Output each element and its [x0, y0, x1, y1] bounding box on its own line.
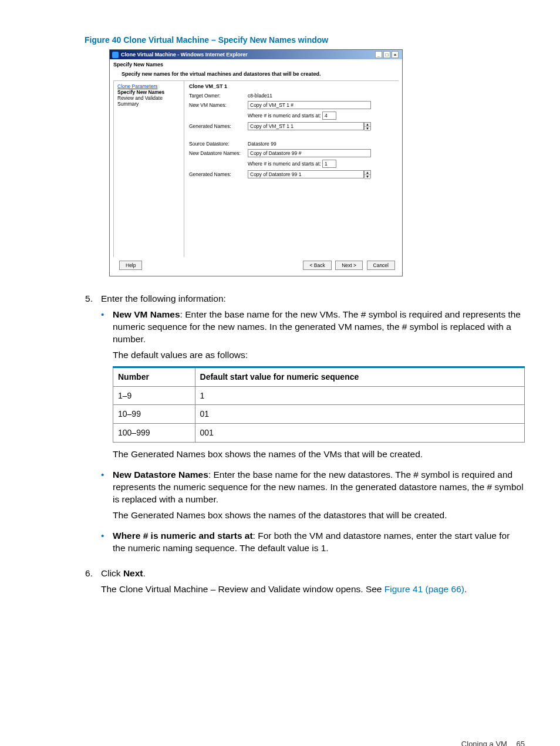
- nav-specify-new-names[interactable]: Specify New Names: [117, 89, 180, 95]
- source-ds-value: Datastore 99: [248, 141, 394, 147]
- dialog-form: Clone VM_ST 1 Target Owner: c8-blade11 N…: [184, 81, 399, 257]
- figure-caption: Figure 40 Clone Virtual Machine – Specif…: [85, 35, 525, 45]
- minimize-icon[interactable]: _: [375, 51, 382, 58]
- bullet-1-p3: The Generated Names box shows the names …: [113, 448, 525, 461]
- target-owner-value: c8-blade11: [248, 93, 394, 99]
- default-values-table: Number Default start value for numeric s…: [113, 366, 525, 443]
- help-button[interactable]: Help: [119, 261, 142, 270]
- bullet-1-p2: The default values are as follows:: [113, 349, 525, 362]
- ds-numeric-prefix: Where # is numeric and starts at:: [248, 161, 321, 167]
- table-row: 100–999 001: [113, 424, 525, 443]
- footer-section: Cloning a VM: [461, 740, 507, 746]
- step-6-post: .: [143, 568, 146, 578]
- step-6-number: 6.: [85, 568, 101, 599]
- bullet-3-bold: Where # is numeric and starts at: [113, 531, 253, 541]
- dialog-footer: Help < Back Next > Cancel: [113, 257, 399, 274]
- vm-generated-value[interactable]: Copy of VM_ST 1 1: [248, 122, 364, 130]
- dialog-section-title: Specify New Names: [113, 62, 399, 67]
- vm-numeric-start-input[interactable]: 4: [322, 112, 336, 120]
- dialog-section-desc: Specify new names for the virtual machin…: [122, 71, 399, 77]
- table-header-number: Number: [113, 367, 195, 386]
- ds-generated-value[interactable]: Copy of Datastore 99 1: [248, 170, 364, 178]
- step-6-line2-pre: The Clone Virtual Machine – Review and V…: [101, 584, 384, 594]
- back-button[interactable]: < Back: [303, 261, 331, 270]
- dialog-titlebar: Clone Virtual Machine - Windows Internet…: [110, 50, 402, 59]
- table-cell: 100–999: [113, 424, 195, 443]
- figure-41-link[interactable]: Figure 41 (page 66): [384, 584, 464, 594]
- footer-page-number: 65: [517, 740, 525, 746]
- vm-generated-updown-icon[interactable]: ▲▼: [364, 122, 371, 130]
- page-footer: Cloning a VM 65: [85, 740, 525, 746]
- step-6-line2-post: .: [464, 584, 467, 594]
- bullet-icon: •: [101, 309, 113, 464]
- dialog-title: Clone Virtual Machine - Windows Internet…: [121, 52, 248, 58]
- dialog-window: Clone Virtual Machine - Windows Internet…: [109, 49, 403, 276]
- nav-summary[interactable]: Summary: [117, 101, 180, 107]
- table-cell: 1–9: [113, 386, 195, 405]
- ds-generated-updown-icon[interactable]: ▲▼: [364, 170, 371, 178]
- table-cell: 10–99: [113, 405, 195, 424]
- step-5-intro: Enter the following information:: [101, 293, 525, 305]
- step-6-pre: Click: [101, 568, 123, 578]
- bullet-2-bold: New Datastore Names: [113, 470, 208, 480]
- source-ds-label: Source Datastore:: [189, 141, 248, 147]
- vm-generated-label: Generated Names:: [189, 123, 248, 129]
- vm-numeric-prefix: Where # is numeric and starts at:: [248, 113, 321, 119]
- table-cell: 1: [195, 386, 524, 405]
- next-button[interactable]: Next >: [335, 261, 363, 270]
- bullet-icon: •: [101, 530, 113, 558]
- new-vm-names-input[interactable]: Copy of VM_ST 1 #: [248, 101, 371, 109]
- maximize-icon[interactable]: □: [383, 51, 390, 58]
- table-row: 1–9 1: [113, 386, 525, 405]
- ds-generated-label: Generated Names:: [189, 171, 248, 177]
- cancel-button[interactable]: Cancel: [367, 261, 395, 270]
- step-5-number: 5.: [85, 293, 101, 563]
- new-vm-names-label: New VM Names:: [189, 102, 248, 108]
- ie-icon: [112, 52, 119, 58]
- form-fieldset-title: Clone VM_ST 1: [189, 83, 394, 89]
- bullet-icon: •: [101, 469, 113, 525]
- table-cell: 001: [195, 424, 524, 443]
- table-row: 10–99 01: [113, 405, 525, 424]
- table-cell: 01: [195, 405, 524, 424]
- dialog-nav: Clone Parameters Specify New Names Revie…: [114, 81, 184, 257]
- bullet-2-p2: The Generated Names box shows the names …: [113, 509, 525, 522]
- target-owner-label: Target Owner:: [189, 93, 248, 99]
- new-ds-label: New Datastore Names:: [189, 150, 248, 156]
- bullet-1-bold: New VM Names: [113, 309, 180, 319]
- nav-clone-parameters[interactable]: Clone Parameters: [117, 83, 180, 89]
- close-icon[interactable]: ×: [392, 51, 399, 58]
- table-header-default: Default start value for numeric sequence: [195, 367, 524, 386]
- window-controls[interactable]: _□×: [375, 51, 400, 58]
- nav-review-validate[interactable]: Review and Validate: [117, 95, 180, 101]
- new-ds-input[interactable]: Copy of Datastore 99 #: [248, 149, 371, 157]
- step-6-bold: Next: [123, 568, 143, 578]
- ds-numeric-start-input[interactable]: 1: [322, 160, 336, 168]
